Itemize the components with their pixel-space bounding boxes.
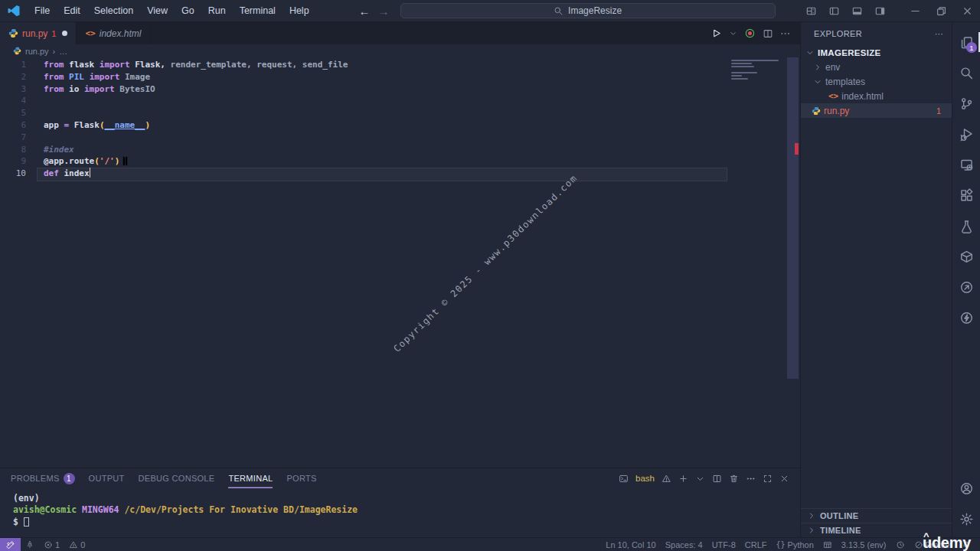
panel-tab-terminal[interactable]: TERMINAL	[228, 468, 273, 488]
code-line[interactable]: 6app = Flask(__name__)	[0, 119, 800, 132]
code-line[interactable]: 5	[0, 107, 800, 119]
code-line[interactable]: 10def index	[0, 168, 800, 180]
split-editor-icon[interactable]	[763, 28, 773, 39]
status-spaces-4[interactable]: Spaces: 4	[661, 540, 707, 549]
run-debug-icon[interactable]	[952, 119, 980, 149]
code-line[interactable]: 2from PIL import Image	[0, 71, 800, 83]
remote-icon	[6, 540, 15, 549]
code-editor[interactable]: 1from flask import Flask, render_templat…	[0, 57, 800, 468]
menu-help[interactable]: Help	[283, 0, 316, 22]
breadcrumb-more[interactable]: …	[59, 47, 67, 56]
status-utf-8[interactable]: UTF-8	[707, 540, 740, 549]
breadcrumb[interactable]: run.py › …	[0, 44, 800, 57]
thunder-client-icon[interactable]	[952, 302, 980, 333]
remote-explorer-icon[interactable]	[952, 149, 980, 180]
explorer-sidebar: EXPLORER ⋯ IMAGERESIZE env templates <>	[801, 22, 952, 537]
toggle-panel-icon[interactable]	[845, 0, 868, 22]
menu-edit[interactable]: Edit	[57, 0, 87, 22]
outline-section[interactable]: OUTLINE	[801, 508, 952, 523]
python-icon	[8, 28, 18, 38]
extensions-icon[interactable]	[952, 180, 980, 210]
code-line[interactable]: 9@app.route('/')	[0, 155, 800, 168]
close-icon[interactable]	[954, 0, 980, 22]
restore-icon[interactable]	[928, 0, 954, 22]
panel-tab-debug-console[interactable]: DEBUG CONSOLE	[139, 468, 215, 488]
live-reload-icon[interactable]	[744, 28, 756, 39]
tab-run-py[interactable]: run.py 1	[0, 22, 77, 44]
tab-index-html[interactable]: <> index.html	[77, 22, 150, 44]
warning-icon	[69, 540, 78, 549]
editor-scrollbar[interactable]	[787, 57, 799, 379]
panel-tab-output[interactable]: OUTPUT	[89, 468, 125, 488]
chevron-down-icon[interactable]	[729, 29, 737, 37]
maximize-panel-icon[interactable]	[763, 474, 773, 484]
circle-arrow-icon[interactable]	[952, 272, 980, 302]
sidebar-more-actions[interactable]: ⋯	[935, 29, 944, 39]
run-button-icon[interactable]	[710, 28, 722, 39]
table-icon[interactable]	[818, 540, 837, 549]
forward-arrow-icon[interactable]: →	[378, 5, 390, 18]
menu-view[interactable]: View	[140, 0, 175, 22]
docker-icon[interactable]	[952, 241, 980, 272]
close-icon[interactable]	[779, 474, 789, 484]
source-control-icon[interactable]	[952, 88, 980, 119]
minimize-icon[interactable]	[902, 0, 928, 22]
modified-dot-icon[interactable]	[62, 31, 67, 36]
command-center-search[interactable]: ImageResize	[400, 3, 776, 18]
tree-item-index-html[interactable]: <> index.html	[801, 89, 952, 103]
tree-root-imageresize[interactable]: IMAGERESIZE	[801, 45, 952, 60]
clock-icon[interactable]	[891, 540, 910, 549]
code-line[interactable]: 4	[0, 95, 800, 107]
menu-file[interactable]: File	[28, 0, 57, 22]
toggle-primary-sidebar-icon[interactable]	[822, 0, 845, 22]
menu-go[interactable]: Go	[175, 0, 201, 22]
code-text: from flask import Flask, render_template…	[36, 59, 348, 71]
tree-item-env[interactable]: env	[801, 60, 952, 74]
breadcrumb-file[interactable]: run.py	[25, 47, 49, 56]
brand-caret: ^	[923, 529, 929, 544]
menu-selection[interactable]: Selection	[87, 0, 140, 22]
history-nav: ← →	[359, 5, 390, 18]
close-icon	[962, 5, 973, 17]
split-editor-icon[interactable]	[712, 474, 722, 484]
settings-gear-icon[interactable]	[952, 504, 980, 534]
account-icon[interactable]	[952, 473, 980, 504]
code-line[interactable]: 3from io import BytesIO	[0, 83, 800, 96]
chevron-down-icon[interactable]	[695, 474, 705, 484]
toggle-secondary-sidebar-icon[interactable]	[868, 0, 891, 22]
customize-layout-icon[interactable]	[799, 0, 822, 22]
testing-icon[interactable]	[952, 210, 980, 241]
code-line[interactable]: 7	[0, 132, 800, 144]
trash-icon[interactable]	[729, 474, 739, 484]
status-label: UTF-8	[712, 540, 736, 549]
terminal-icon[interactable]	[619, 474, 629, 484]
code-line[interactable]: 8#index	[0, 144, 800, 156]
menu-terminal[interactable]: Terminal	[233, 0, 283, 22]
code-line[interactable]: 1from flask import Flask, render_templat…	[0, 59, 800, 71]
watermark-brand: ^ udemy	[923, 535, 971, 550]
panel-tab-ports[interactable]: PORTS	[286, 468, 316, 488]
more-actions-icon[interactable]: ⋯	[780, 28, 791, 39]
warning-icon[interactable]	[662, 474, 671, 484]
status-crlf[interactable]: CRLF	[740, 540, 772, 549]
minimap[interactable]	[731, 60, 791, 81]
search-icon[interactable]	[952, 57, 980, 88]
search-icon	[554, 6, 564, 16]
plus-icon[interactable]	[678, 474, 688, 484]
tree-item-templates[interactable]: templates	[801, 74, 952, 89]
error-icon[interactable]: 1	[39, 540, 64, 549]
more-actions-icon[interactable]	[746, 474, 756, 484]
warning-icon[interactable]: 0	[64, 540, 90, 549]
back-arrow-icon[interactable]: ←	[359, 5, 371, 18]
panel-tab-problems[interactable]: PROBLEMS1	[11, 468, 75, 488]
explorer-icon[interactable]: 1	[952, 27, 980, 57]
line-number: 3	[0, 83, 36, 96]
braces-icon[interactable]: {}Python	[772, 540, 818, 549]
rocket-icon[interactable]	[21, 540, 39, 549]
status-ln-10-col-10[interactable]: Ln 10, Col 10	[601, 540, 660, 549]
menu-run[interactable]: Run	[201, 0, 233, 22]
status-3-13-5-env-[interactable]: 3.13.5 (env)	[837, 540, 891, 549]
tree-item-run-py[interactable]: run.py 1	[801, 103, 952, 118]
remote-indicator[interactable]	[0, 538, 21, 551]
terminal[interactable]: (env)avish@Cosmic MINGW64 /c/Dev/Project…	[0, 488, 800, 528]
